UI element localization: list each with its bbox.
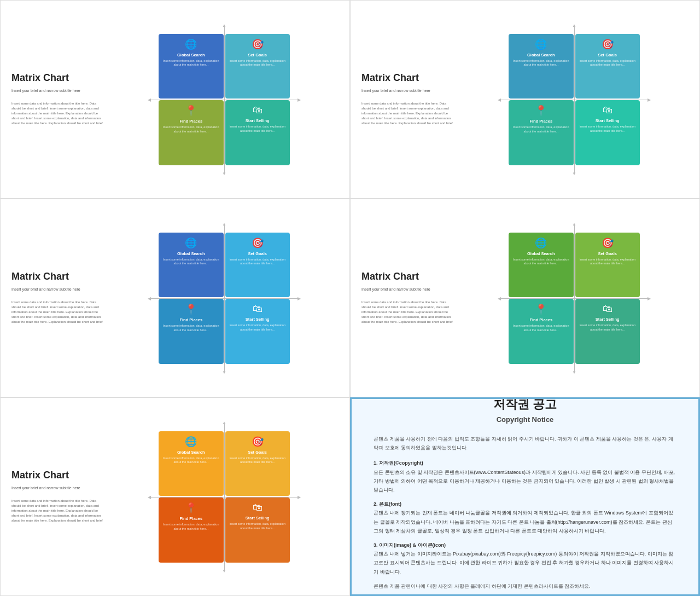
cell-2-2-title: Set Goals [598, 53, 617, 57]
slide-1: Matrix Chart Insert your brief and narro… [0, 0, 350, 199]
cell-global-search-5: 🌐 Global Search Insert some information,… [159, 431, 224, 496]
arrow-right: ▶ [298, 97, 301, 102]
slide-4-title: Matrix Chart [361, 271, 454, 282]
cell-set-goals-3: 🎯 Set Goals Insert some information, dat… [225, 233, 290, 298]
slide-4: Matrix Chart Insert your brief and narro… [350, 199, 700, 397]
slide-5-body: Insert some data and information about t… [11, 499, 104, 523]
pin-icon-2: 📍 [535, 105, 547, 117]
cell-4-text: Insert some information, data, explanati… [229, 125, 287, 133]
cell-5-3-title: Find Places [179, 516, 202, 521]
arrow-left: ◀ [148, 97, 151, 102]
slide-2-subtitle: Insert your brief and narrow subtitle he… [361, 88, 454, 94]
arrow-left: ◀ [148, 296, 151, 300]
cell-4-1-text: Insert some information, data, explanati… [512, 258, 570, 266]
cell-3-1-text: Insert some information, data, explanati… [162, 258, 220, 266]
cell-5-4-text: Insert some information, data, explanati… [229, 522, 287, 530]
cell-2-2-text: Insert some information, data, explanati… [579, 59, 637, 67]
copyright-section-3: 3. 이미지(image) & 아이콘(icon) 콘텐츠 내에 넣거는 이미지… [374, 541, 676, 576]
globe-icon-2: 🌐 [535, 38, 547, 50]
cell-4-2-text: Insert some information, data, explanati… [579, 258, 637, 266]
cell-global-search-2: 🌐 Global Search Insert some information,… [509, 34, 574, 99]
section-1-text: 모든 콘텐츠의 소유 및 저작권은 콘텐츠사이트(www.ContentStat… [374, 470, 675, 493]
slide-1-title: Matrix Chart [11, 73, 104, 84]
arrow-right: ▶ [298, 296, 301, 300]
cell-find-places-5: 📍 Find Places Insert some information, d… [159, 497, 224, 563]
cell-2-text: Insert some information, data, explanati… [229, 59, 287, 67]
bag-icon-3: 🛍 [253, 303, 262, 315]
bag-icon-2: 🛍 [603, 105, 612, 116]
cell-set-goals-4: 🎯 Set Goals Insert some information, dat… [575, 233, 640, 298]
globe-icon-5: 🌐 [185, 436, 197, 448]
cell-start-selling-4: 🛍 Start Selling Insert some information,… [575, 299, 640, 364]
arrow-right: ▶ [648, 296, 651, 300]
slide-4-left: Matrix Chart Insert your brief and narro… [361, 271, 454, 325]
cell-start-selling-2: 🛍 Start Selling Insert some information,… [575, 100, 640, 165]
cell-3-2-title: Set Goals [248, 251, 267, 256]
cell-3-text: Insert some information, data, explanati… [162, 125, 220, 134]
slide-1-subtitle: Insert your brief and narrow subtitle he… [11, 88, 104, 94]
slide-2-body: Insert some data and information about t… [361, 101, 454, 126]
cell-4-3-title: Find Places [529, 317, 552, 322]
target-icon-5: 🎯 [252, 436, 264, 448]
cell-start-selling-3: 🛍 Start Selling Insert some information,… [225, 299, 290, 364]
cell-4-3-text: Insert some information, data, explanati… [512, 324, 570, 332]
cell-1-text: Insert some information, data, explanati… [162, 59, 220, 67]
cell-5-2-text: Insert some information, data, explanati… [229, 456, 287, 465]
cell-3-title: Find Places [179, 119, 202, 124]
pin-icon-3: 📍 [185, 303, 197, 315]
slide-3: Matrix Chart Insert your brief and narro… [0, 199, 350, 397]
slide-5-title: Matrix Chart [11, 470, 104, 481]
cell-3-4-text: Insert some information, data, explanati… [229, 323, 287, 332]
slide-5-subtitle: Insert your brief and narrow subtitle he… [11, 485, 104, 491]
cell-start-selling-5: 🛍 Start Selling Insert some information,… [225, 497, 290, 563]
cell-3-4-title: Start Selling [246, 317, 270, 322]
cell-2-4-title: Start Selling [596, 118, 620, 123]
globe-icon-4: 🌐 [535, 237, 547, 249]
slide-3-matrix: ◀ ▶ ▲ ▼ 🌐 Global Search Insert some info… [110, 233, 339, 364]
globe-icon: 🌐 [185, 38, 197, 50]
arrow-left: ◀ [148, 494, 151, 499]
target-icon: 🎯 [252, 38, 264, 50]
arrow-left: ◀ [498, 97, 501, 102]
cell-4-2-title: Set Goals [598, 251, 617, 256]
slide-2-title: Matrix Chart [361, 73, 454, 84]
arrow-down: ▼ [572, 171, 576, 176]
slide-3-title: Matrix Chart [11, 271, 104, 282]
copyright-title: 저작권 공고 [493, 397, 557, 413]
slide-5-matrix: ◀ ▶ ▲ ▼ 🌐 Global Search Insert some info… [110, 431, 339, 563]
cell-3-1-title: Global Search [177, 251, 205, 256]
cell-2-1-title: Global Search [527, 53, 555, 57]
cell-2-1-text: Insert some information, data, explanati… [512, 59, 570, 67]
section-3-text: 콘텐츠 내에 넣거는 이미지라이트는 Pixabay(pixabay.com)와… [374, 551, 674, 574]
arrow-down: ▼ [222, 370, 226, 375]
slide-4-body: Insert some data and information about t… [361, 300, 454, 325]
cell-3-2-text: Insert some information, data, explanati… [229, 258, 287, 266]
cell-2-3-title: Find Places [529, 119, 552, 124]
target-icon-4: 🎯 [602, 237, 614, 249]
cell-5-2-title: Set Goals [248, 450, 267, 455]
cell-5-1-title: Global Search [177, 450, 205, 455]
arrow-right: ▶ [298, 494, 301, 499]
cell-5-1-text: Insert some information, data, explanati… [162, 456, 220, 465]
cell-4-title: Start Selling [246, 118, 270, 123]
bag-icon: 🛍 [253, 105, 262, 116]
copyright-section-1: 1. 저작권(©copyright) 모든 콘텐츠의 소유 및 저작권은 콘텐츠… [374, 459, 676, 494]
section-2-text: 콘텐츠 내에 장기되는 인재 폰트는 네이버 나눔글꼴을 저작권에 의거하여 제… [374, 510, 673, 533]
copyright-subtitle: Copyright Notice [497, 415, 554, 424]
cell-2-4-text: Insert some information, data, explanati… [579, 125, 637, 133]
arrow-up: ▲ [222, 420, 226, 425]
cell-global-search: 🌐 Global Search Insert some information,… [159, 34, 224, 99]
copyright-section-2: 2. 폰트(font) 콘텐츠 내에 장기되는 인재 폰트는 네이버 나눔글꼴을… [374, 500, 676, 535]
arrow-up: ▲ [222, 23, 226, 28]
cell-find-places-2: 📍 Find Places Insert some information, d… [509, 100, 574, 165]
slides-grid: Matrix Chart Insert your brief and narro… [0, 0, 700, 596]
target-icon-3: 🎯 [252, 237, 264, 249]
section-2-label: 2. 폰트(font) [374, 501, 401, 507]
cell-set-goals: 🎯 Set Goals Insert some information, dat… [225, 34, 290, 99]
copyright-slide: 저작권 공고 Copyright Notice 콘텐츠 제품을 사용하기 전에 … [350, 397, 700, 596]
cell-start-selling: 🛍 Start Selling Insert some information,… [225, 100, 290, 165]
slide-4-subtitle: Insert your brief and narrow subtitle he… [361, 287, 454, 292]
arrow-up: ▲ [572, 23, 576, 28]
cell-2-3-text: Insert some information, data, explanati… [512, 125, 570, 134]
cell-find-places-4: 📍 Find Places Insert some information, d… [509, 299, 574, 364]
